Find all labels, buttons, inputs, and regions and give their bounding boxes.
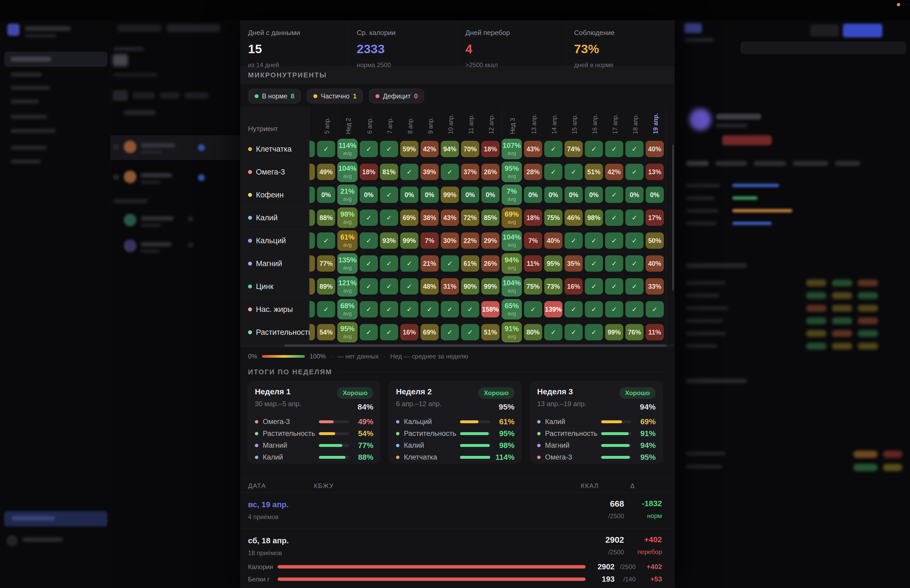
panel-tab[interactable] bbox=[793, 161, 828, 166]
table-cell[interactable]: ✓ bbox=[626, 233, 643, 249]
table-cell[interactable]: 72% bbox=[461, 210, 479, 226]
sidebar-item[interactable] bbox=[11, 160, 41, 163]
table-cell[interactable]: 0% bbox=[524, 187, 542, 203]
table-cell[interactable]: ✓ bbox=[380, 255, 398, 271]
table-cell[interactable]: 26% bbox=[481, 164, 499, 180]
table-cell[interactable]: ✓ bbox=[626, 164, 643, 180]
table-cell[interactable]: 26% bbox=[481, 255, 499, 271]
table-cell[interactable]: 28% bbox=[524, 164, 542, 180]
table-cell[interactable]: ✓ bbox=[380, 187, 398, 203]
table-cell[interactable]: 95%avg bbox=[337, 322, 357, 342]
table-cell[interactable]: ✓ bbox=[585, 278, 603, 294]
table-cell[interactable]: 104%avg bbox=[502, 230, 522, 251]
table-cell[interactable]: 0% bbox=[585, 187, 603, 203]
table-cell[interactable]: 69% bbox=[400, 210, 419, 226]
row-checkbox[interactable] bbox=[113, 144, 119, 150]
table-cell[interactable]: ✓ bbox=[360, 301, 378, 317]
table-cell[interactable]: 30% bbox=[441, 233, 459, 249]
table-cell[interactable]: 43% bbox=[524, 141, 542, 157]
table-cell[interactable]: 16% bbox=[400, 324, 419, 340]
table-cell[interactable]: 21% bbox=[420, 255, 439, 271]
table-cell[interactable]: 114%avg bbox=[337, 139, 357, 159]
table-cell[interactable]: 0% bbox=[360, 187, 378, 203]
table-cell[interactable]: ✓ bbox=[544, 164, 562, 180]
table-cell[interactable]: 51% bbox=[481, 324, 499, 340]
table-cell[interactable]: 42% bbox=[420, 141, 439, 157]
panel-tab[interactable] bbox=[686, 161, 709, 166]
table-cell[interactable]: ✓ bbox=[441, 301, 459, 317]
table-cell[interactable]: ✓ bbox=[317, 141, 335, 157]
table-cell[interactable]: 39% bbox=[420, 164, 439, 180]
table-cell[interactable]: 99% bbox=[400, 233, 419, 249]
table-cell[interactable]: ✓ bbox=[420, 301, 439, 317]
table-cell[interactable]: 33% bbox=[646, 278, 664, 294]
table-cell[interactable]: 40% bbox=[646, 255, 664, 271]
table-cell[interactable]: 61% bbox=[461, 255, 479, 271]
table-cell[interactable]: ✓ bbox=[605, 187, 623, 203]
table-cell[interactable]: ✓ bbox=[605, 141, 623, 157]
table-cell[interactable]: ✓ bbox=[380, 210, 398, 226]
table-cell[interactable]: 18% bbox=[524, 210, 542, 226]
table-cell[interactable]: ✓ bbox=[585, 324, 603, 340]
table-cell[interactable]: 139% bbox=[544, 301, 562, 317]
table-cell[interactable]: 54% bbox=[317, 324, 335, 340]
table-cell[interactable]: ✓ bbox=[544, 324, 562, 340]
table-cell[interactable]: 88% bbox=[317, 210, 335, 226]
sidebar-item[interactable] bbox=[11, 100, 39, 103]
primary-button[interactable] bbox=[843, 24, 883, 37]
table-cell[interactable]: ✓ bbox=[380, 324, 398, 340]
table-cell[interactable]: ✓ bbox=[360, 141, 378, 157]
table-cell[interactable]: ✓ bbox=[400, 278, 419, 294]
panel-tab[interactable] bbox=[715, 161, 747, 166]
table-cell[interactable]: 81% bbox=[380, 164, 398, 180]
table-cell[interactable]: ✓ bbox=[360, 324, 378, 340]
panel-tab[interactable] bbox=[754, 161, 786, 166]
table-cell[interactable]: 104%avg bbox=[337, 162, 357, 182]
table-cell[interactable]: ✓ bbox=[585, 141, 603, 157]
table-cell[interactable]: 94%avg bbox=[502, 253, 522, 274]
table-cell[interactable]: 59% bbox=[400, 141, 419, 157]
table-cell[interactable]: ✓ bbox=[317, 301, 335, 317]
filter-tab[interactable] bbox=[184, 92, 209, 99]
table-cell[interactable]: 7% bbox=[524, 233, 542, 249]
table-cell[interactable]: ✓ bbox=[441, 324, 459, 340]
status-chip[interactable]: Дефицит 0 bbox=[369, 89, 424, 103]
table-cell[interactable]: 50% bbox=[646, 233, 664, 249]
table-cell[interactable]: 48% bbox=[420, 278, 439, 294]
table-cell[interactable]: ✓ bbox=[441, 164, 459, 180]
table-cell[interactable]: ✓ bbox=[626, 255, 643, 271]
table-cell[interactable]: ✓ bbox=[360, 233, 378, 249]
table-cell[interactable]: 98%avg bbox=[337, 207, 357, 228]
table-cell[interactable]: ✓ bbox=[585, 233, 603, 249]
table-cell[interactable]: 40% bbox=[544, 233, 562, 249]
search-box[interactable] bbox=[741, 42, 906, 54]
table-cell[interactable]: 0% bbox=[544, 187, 562, 203]
table-cell[interactable]: ✓ bbox=[626, 141, 643, 157]
table-cell[interactable]: ✓ bbox=[646, 301, 664, 317]
table-cell[interactable]: 16% bbox=[564, 278, 583, 294]
table-cell[interactable]: 91%avg bbox=[502, 322, 522, 342]
table-cell[interactable]: ✓ bbox=[380, 301, 398, 317]
daily-date[interactable]: сб, 18 апр. bbox=[248, 536, 662, 545]
table-cell[interactable]: 13% bbox=[646, 164, 664, 180]
table-cell[interactable]: 107%avg bbox=[502, 139, 522, 159]
table-cell[interactable]: 98% bbox=[585, 210, 603, 226]
table-cell[interactable]: 74% bbox=[564, 141, 583, 157]
table-cell[interactable]: 21%avg bbox=[337, 184, 357, 205]
table-cell[interactable]: 135%avg bbox=[337, 253, 357, 274]
sidebar-item[interactable] bbox=[11, 73, 42, 77]
table-cell[interactable]: ✓ bbox=[380, 278, 398, 294]
table-cell[interactable]: ✓ bbox=[544, 141, 562, 157]
scrollbar-thumb[interactable] bbox=[284, 344, 667, 347]
table-cell[interactable]: ✓ bbox=[626, 278, 643, 294]
table-cell[interactable]: 69%avg bbox=[502, 207, 522, 228]
table-cell[interactable]: 65%avg bbox=[502, 299, 522, 320]
table-cell[interactable]: 99% bbox=[481, 278, 499, 294]
table-cell[interactable]: ✓ bbox=[605, 233, 623, 249]
table-cell[interactable]: 99% bbox=[605, 324, 623, 340]
status-chip[interactable]: Частично 1 bbox=[307, 89, 363, 103]
table-horizontal-scrollbar[interactable] bbox=[240, 344, 675, 347]
table-cell[interactable]: 0% bbox=[626, 187, 643, 203]
table-cell[interactable]: 18% bbox=[481, 141, 499, 157]
table-cell[interactable]: 73% bbox=[544, 278, 562, 294]
